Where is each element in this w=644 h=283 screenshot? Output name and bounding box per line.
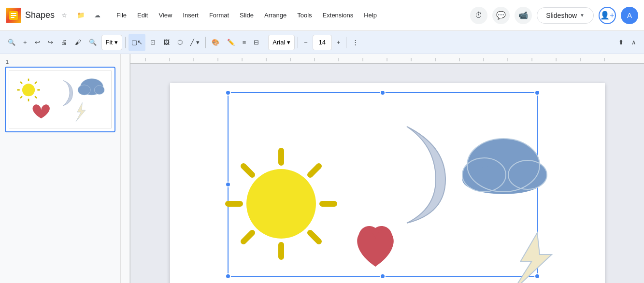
svg-text:|: |: [362, 57, 363, 61]
collapse-button[interactable]: ∧: [629, 34, 639, 51]
slideshow-label: Slideshow: [546, 12, 577, 19]
app-logo: [6, 8, 21, 23]
menu-help[interactable]: Help: [359, 10, 382, 21]
svg-line-54: [243, 233, 252, 241]
print-button[interactable]: 🖨: [58, 34, 70, 51]
svg-text:|: |: [604, 57, 605, 61]
svg-marker-16: [76, 102, 86, 121]
slide-content-area: [170, 73, 605, 283]
top-right-controls: ⏱ 💬 📹 Slideshow ▼ 👤+ A: [470, 7, 638, 24]
video-button[interactable]: 📹: [515, 7, 532, 24]
toolbar: 🔍 + ↩ ↪ 🖨 🖌 🔍 Fit ▾ ▢↖ ⊡ 🖼 ⬡ ╱ ▾ 🎨 ✏️ ≡ …: [0, 31, 644, 54]
svg-text:|: |: [507, 57, 508, 61]
arrow-select-button[interactable]: ⬆: [615, 34, 627, 51]
svg-point-15: [94, 85, 104, 94]
slide-thumbnail[interactable]: [5, 67, 115, 132]
align-button[interactable]: ≡: [240, 34, 249, 51]
image-tool[interactable]: 🖼: [160, 34, 172, 51]
svg-point-4: [22, 84, 35, 96]
svg-rect-2: [11, 15, 16, 16]
svg-line-52: [310, 166, 319, 175]
svg-text:|: |: [242, 57, 243, 61]
line-tool[interactable]: ╱ ▾: [187, 34, 202, 51]
svg-point-46: [226, 182, 230, 187]
user-avatar[interactable]: A: [621, 7, 638, 24]
slides-sidebar: 1: [0, 54, 121, 283]
svg-point-40: [226, 90, 230, 95]
slideshow-caret: ▼: [580, 13, 585, 18]
text-box-tool[interactable]: ⊡: [147, 34, 158, 51]
svg-text:|: |: [314, 57, 315, 61]
font-decrease-button[interactable]: −: [301, 34, 311, 51]
slideshow-button[interactable]: Slideshow ▼: [537, 7, 594, 24]
history-button[interactable]: ⏱: [470, 7, 487, 24]
search-button[interactable]: 🔍: [5, 34, 18, 51]
menu-view[interactable]: View: [154, 10, 177, 21]
add-person-button[interactable]: 👤+: [599, 7, 616, 24]
slide-canvas[interactable]: [170, 83, 605, 283]
svg-line-12: [20, 82, 22, 84]
svg-text:|: |: [145, 57, 146, 61]
folder-button[interactable]: 📁: [74, 9, 87, 22]
zoom-add-button[interactable]: +: [20, 34, 30, 51]
svg-rect-1: [11, 13, 16, 14]
separator-5: [346, 37, 346, 48]
app-title-area: Shapes ☆ 📁 ☁: [25, 9, 104, 22]
svg-text:|: |: [459, 57, 460, 61]
shapes-tool[interactable]: ⬡: [174, 34, 186, 51]
svg-text:|: |: [483, 57, 484, 61]
svg-text:|: |: [266, 57, 267, 61]
main-area: 1: [0, 54, 644, 283]
line-style-button[interactable]: ⊟: [251, 34, 262, 51]
paint-format-button[interactable]: 🖌: [72, 34, 84, 51]
svg-text:|: |: [435, 57, 436, 61]
svg-point-14: [78, 85, 90, 95]
font-size-box[interactable]: 14: [313, 35, 332, 50]
star-button[interactable]: ☆: [57, 9, 71, 22]
font-increase-button[interactable]: +: [334, 34, 343, 51]
more-options-button[interactable]: ⋮: [349, 34, 361, 51]
svg-point-41: [535, 90, 540, 95]
font-label: Arial: [272, 39, 285, 46]
svg-text:|: |: [338, 57, 339, 61]
zoom-caret: ▾: [114, 39, 118, 46]
svg-text:|: |: [531, 57, 532, 61]
svg-line-11: [20, 96, 22, 98]
svg-text:|: |: [556, 57, 557, 61]
svg-marker-64: [513, 233, 552, 283]
menu-arrange[interactable]: Arrange: [259, 10, 291, 21]
menu-bar: File Edit View Insert Format Slide Arran…: [112, 10, 382, 21]
separator-3: [265, 37, 265, 48]
menu-tools[interactable]: Tools: [292, 10, 316, 21]
fill-color-button[interactable]: 🎨: [209, 34, 222, 51]
zoom-percent-button[interactable]: 🔍: [86, 34, 100, 51]
menu-extensions[interactable]: Extensions: [318, 10, 358, 21]
menu-slide[interactable]: Slide: [235, 10, 258, 21]
svg-text:|: |: [169, 57, 170, 61]
svg-text:|: |: [290, 57, 291, 61]
menu-file[interactable]: File: [112, 10, 131, 21]
svg-text:|: |: [580, 57, 581, 61]
app-name: Shapes: [25, 10, 55, 20]
menu-edit[interactable]: Edit: [132, 10, 153, 21]
slide-number: 1: [5, 59, 115, 65]
undo-button[interactable]: ↩: [32, 34, 43, 51]
svg-line-55: [243, 166, 252, 175]
svg-rect-3: [11, 17, 14, 18]
redo-button[interactable]: ↪: [45, 34, 56, 51]
zoom-select[interactable]: Fit ▾: [101, 35, 122, 50]
cloud-button[interactable]: ☁: [90, 9, 104, 22]
separator-2: [205, 37, 206, 48]
menu-format[interactable]: Format: [204, 10, 234, 21]
menu-insert[interactable]: Insert: [178, 10, 203, 21]
svg-text:|: |: [193, 57, 194, 61]
canvas-area[interactable]: | | | | | | | | | | | | | | | | | | | |: [121, 54, 644, 283]
svg-line-53: [310, 233, 319, 241]
separator-4: [298, 37, 298, 48]
svg-text:|: |: [217, 57, 218, 61]
comment-button[interactable]: 💬: [492, 7, 510, 24]
font-select[interactable]: Arial ▾: [268, 35, 295, 50]
line-color-button[interactable]: ✏️: [224, 34, 238, 51]
svg-point-43: [535, 274, 540, 279]
select-tool[interactable]: ▢↖: [129, 34, 145, 51]
